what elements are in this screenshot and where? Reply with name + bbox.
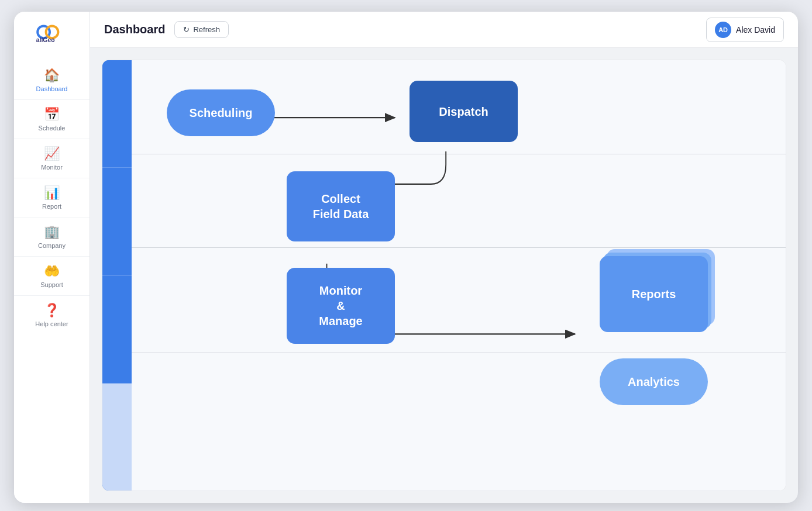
sidebar-item-schedule[interactable]: 📅 Schedule [14,100,90,139]
user-badge[interactable]: AD Alex David [706,18,784,42]
svg-point-1 [46,26,58,38]
scheduling-label: Scheduling [190,105,253,120]
sidebar: allGeo 🏠 Dashboard 📅 Schedule 📈 Monitor … [14,12,90,503]
sidebar-item-help[interactable]: ❓ Help center [14,296,90,334]
sidebar-item-support[interactable]: 🤲 Support [14,257,90,296]
analytics-label: Analytics [628,374,680,389]
refresh-icon: ↻ [183,25,190,34]
refresh-button[interactable]: ↻ Refresh [174,21,229,38]
node-scheduling[interactable]: Scheduling [167,89,275,136]
app-frame: allGeo 🏠 Dashboard 📅 Schedule 📈 Monitor … [14,12,798,503]
reports-label: Reports [632,286,676,302]
company-icon: 🏢 [44,225,60,240]
sidebar-item-label: Dashboard [36,85,68,92]
row-section-4 [102,384,132,491]
node-analytics[interactable]: Analytics [600,358,708,405]
row-section-2 [102,168,132,275]
refresh-label: Refresh [193,25,220,34]
monitor-label: Monitor & Manage [319,283,362,329]
sidebar-item-label: Report [42,203,61,210]
collect-label: Collect Field Data [313,191,369,222]
sidebar-item-company[interactable]: 🏢 Company [14,217,90,257]
sidebar-item-label: Help center [35,320,68,327]
row-divider-2 [132,247,786,248]
avatar: AD [715,22,731,38]
row-labels [102,60,132,491]
sidebar-item-monitor[interactable]: 📈 Monitor [14,139,90,178]
sidebar-item-label: Support [40,281,63,288]
sidebar-item-label: Schedule [39,125,66,132]
row-section-1 [102,60,132,168]
report-icon: 📊 [44,185,60,201]
row-divider-1 [132,154,786,154]
sidebar-item-label: Company [38,242,66,249]
monitor-icon: 📈 [44,146,60,161]
row-section-3 [102,276,132,384]
diagram-container: Scheduling Dispatch Collect Field Data M… [102,60,786,491]
main-content: Dashboard ↻ Refresh AD Alex David [90,12,798,503]
header: Dashboard ↻ Refresh AD Alex David [90,12,798,48]
row-divider-3 [132,353,786,353]
sidebar-item-dashboard[interactable]: 🏠 Dashboard [14,61,90,100]
logo-area: allGeo [33,23,71,44]
svg-text:allGeo: allGeo [36,37,54,43]
support-icon: 🤲 [44,264,60,279]
node-dispatch[interactable]: Dispatch [410,81,518,142]
dispatch-label: Dispatch [439,104,488,119]
app-logo: allGeo [33,23,71,44]
node-reports[interactable]: Reports [600,256,708,332]
dashboard-area: Scheduling Dispatch Collect Field Data M… [90,48,798,503]
sidebar-item-report[interactable]: 📊 Report [14,178,90,217]
schedule-icon: 📅 [44,107,60,122]
node-monitor[interactable]: Monitor & Manage [287,268,395,344]
user-name: Alex David [736,25,775,34]
dashboard-icon: 🏠 [44,68,60,83]
page-title: Dashboard [104,23,165,36]
help-icon: ❓ [44,303,60,318]
diagram-canvas: Scheduling Dispatch Collect Field Data M… [132,60,786,491]
sidebar-item-label: Monitor [41,164,63,171]
node-collect[interactable]: Collect Field Data [287,171,395,241]
